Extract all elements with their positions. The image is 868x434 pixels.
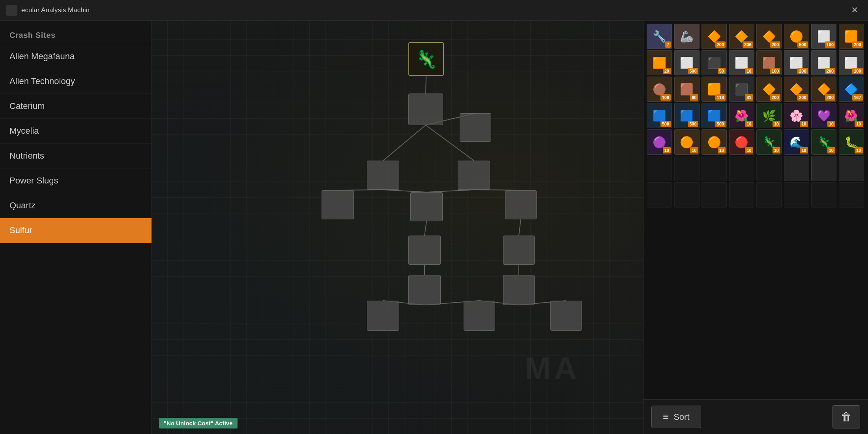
item-cell-i39[interactable]: 🦎10 <box>811 129 836 155</box>
item-cell-i32[interactable]: 🌺10 <box>839 103 864 128</box>
item-cell-i14[interactable]: ⬜200 <box>784 50 809 75</box>
item-cell-i31[interactable]: 💜10 <box>811 103 836 128</box>
window-title: ecular Analysis Machin <box>21 6 847 14</box>
item-badge: 10 <box>800 121 808 127</box>
tree-node-n13[interactable] <box>464 301 495 331</box>
tree-svg <box>152 21 643 434</box>
item-badge: 10 <box>745 147 753 153</box>
item-cell-i43 <box>702 156 727 181</box>
item-cell-i9[interactable]: 🟧20 <box>647 50 672 75</box>
item-cell-i15[interactable]: ⬜200 <box>811 50 836 75</box>
item-cell-i11[interactable]: ⬛50 <box>702 50 727 75</box>
item-cell-i38[interactable]: 🌊10 <box>784 129 809 155</box>
item-badge: 108 <box>660 94 671 101</box>
item-cell-i17[interactable]: 🟤108 <box>647 77 672 102</box>
tree-node-n6[interactable] <box>410 192 443 221</box>
item-cell-i40[interactable]: 🐛10 <box>839 129 864 155</box>
sidebar-item-sulfur[interactable]: Sulfur <box>0 218 152 243</box>
item-cell-i19[interactable]: 🟧118 <box>702 77 727 102</box>
item-cell-i41 <box>647 156 672 181</box>
item-cell-i13[interactable]: 🟫100 <box>756 50 782 75</box>
item-cell-i8[interactable]: 🟧200 <box>839 24 864 49</box>
item-cell-i27[interactable]: 🟦500 <box>702 103 727 128</box>
item-cell-i36[interactable]: 🔴10 <box>729 129 754 155</box>
sort-button[interactable]: ≡ Sort <box>651 406 701 428</box>
item-cell-i30[interactable]: 🌸10 <box>784 103 809 128</box>
item-badge: 200 <box>825 68 835 74</box>
item-cell-i1[interactable]: 🔧7 <box>647 24 672 49</box>
tree-node-n1[interactable] <box>408 94 443 125</box>
item-cell-i5[interactable]: 🔶200 <box>756 24 782 49</box>
item-cell-i21[interactable]: 🔶200 <box>756 77 782 102</box>
item-cell-i28[interactable]: 🌺10 <box>729 103 754 128</box>
sidebar-header: Crash Sites <box>0 24 152 44</box>
item-badge: 100 <box>825 41 835 48</box>
close-button[interactable]: ✕ <box>847 3 862 17</box>
trash-button[interactable]: 🗑 <box>832 405 860 428</box>
item-badge: 167 <box>852 94 862 101</box>
tree-node-n4[interactable] <box>458 161 490 190</box>
item-cell-i34[interactable]: 🟠10 <box>674 129 700 155</box>
item-cell-i12[interactable]: ⬜10 <box>729 50 754 75</box>
item-badge: 10 <box>745 68 753 74</box>
tree-node-n14[interactable] <box>550 301 582 331</box>
item-cell-i46[interactable] <box>784 156 809 181</box>
sidebar-item-alien-technology[interactable]: Alien Technology <box>0 69 152 94</box>
item-badge: 10 <box>855 147 862 153</box>
tree-node-n3[interactable] <box>367 161 399 190</box>
tree-node-n10[interactable] <box>408 275 441 305</box>
item-badge: 118 <box>715 94 726 101</box>
item-cell-i50 <box>674 182 700 208</box>
item-cell-i26[interactable]: 🟦500 <box>674 103 700 128</box>
sidebar-item-quartz[interactable]: Quartz <box>0 193 152 218</box>
sidebar-item-caterium[interactable]: Caterium <box>0 94 152 119</box>
item-cell-i4[interactable]: 🔶306 <box>729 24 754 49</box>
item-cell-i42 <box>674 156 700 181</box>
item-badge: 10 <box>827 121 835 127</box>
item-badge: 200 <box>770 94 780 101</box>
item-cell-i18[interactable]: 🟫60 <box>674 77 700 102</box>
item-cell-i6[interactable]: 🟠500 <box>784 24 809 49</box>
item-cell-i37[interactable]: 🦎10 <box>756 129 782 155</box>
item-cell-i48[interactable] <box>839 156 864 181</box>
item-cell-i22[interactable]: 🔶200 <box>784 77 809 102</box>
item-cell-i16[interactable]: ⬜100 <box>839 50 864 75</box>
item-cell-i7[interactable]: ⬜100 <box>811 24 836 49</box>
root-node-icon: 🦎 <box>409 43 443 75</box>
item-cell-i20[interactable]: ⬛81 <box>729 77 754 102</box>
svg-line-9 <box>519 219 521 236</box>
sidebar-item-power-slugs[interactable]: Power Slugs <box>0 168 152 193</box>
tree-node-n12[interactable] <box>367 301 399 331</box>
sort-icon: ≡ <box>663 411 669 423</box>
sidebar-item-nutrients[interactable]: Nutrients <box>0 144 152 168</box>
tree-container: 🦎 <box>152 21 643 434</box>
tree-node-root[interactable]: 🦎 <box>408 42 444 76</box>
item-badge: 500 <box>688 121 698 127</box>
tree-node-n2[interactable] <box>460 113 491 142</box>
item-cell-i3[interactable]: 🔶200 <box>702 24 727 49</box>
item-cell-i35[interactable]: 🟠10 <box>702 129 727 155</box>
item-cell-i52 <box>729 182 754 208</box>
svg-line-2 <box>383 125 426 161</box>
tree-node-n7[interactable] <box>505 190 537 219</box>
right-bottom-bar: ≡ Sort 🗑 <box>644 399 868 434</box>
tree-node-n11[interactable] <box>503 275 535 305</box>
item-cell-i33[interactable]: 🟣10 <box>647 129 672 155</box>
item-cell-i10[interactable]: ⬜500 <box>674 50 700 75</box>
tree-node-n8[interactable] <box>408 236 441 265</box>
item-cell-i47[interactable] <box>811 156 836 181</box>
item-cell-i25[interactable]: 🟦500 <box>647 103 672 128</box>
item-cell-i23[interactable]: 🔶200 <box>811 77 836 102</box>
item-cell-i29[interactable]: 🌿10 <box>756 103 782 128</box>
item-badge: 500 <box>797 41 808 48</box>
tree-node-n9[interactable] <box>503 236 535 265</box>
tree-node-n5[interactable] <box>322 190 354 219</box>
sidebar-item-alien-megafauna[interactable]: Alien Megafauna <box>0 44 152 69</box>
sidebar-item-mycelia[interactable]: Mycelia <box>0 119 152 144</box>
item-cell-i24[interactable]: 🔷167 <box>839 77 864 102</box>
app-icon <box>6 5 17 16</box>
item-badge: 50 <box>718 68 726 74</box>
main-layout: Crash Sites Alien MegafaunaAlien Technol… <box>0 21 868 434</box>
item-badge: 10 <box>773 121 780 127</box>
item-cell-i2[interactable]: 🦾 <box>674 24 700 49</box>
